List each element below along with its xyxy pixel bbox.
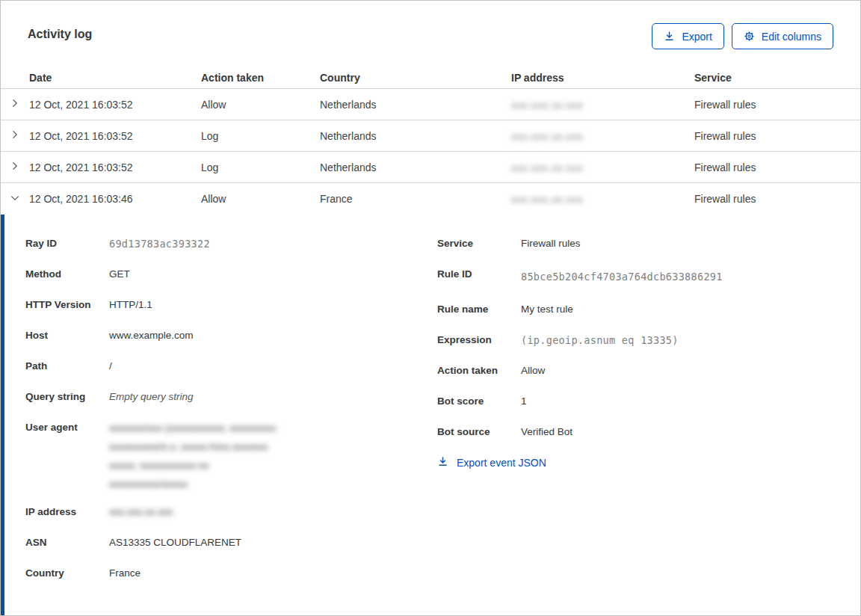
detail-label: IP address <box>25 505 109 520</box>
topbar: Activity log Export <box>1 1 860 43</box>
cell-date: 12 Oct, 2021 16:03:52 <box>29 130 201 142</box>
collapse-row-button[interactable] <box>1 183 29 215</box>
host-value: www.example.com <box>109 328 194 343</box>
cell-ip-address: xxx.xxx.xx.xxx <box>511 130 694 142</box>
chevron-right-icon <box>10 98 20 111</box>
detail-row-action-taken: Action taken Allow <box>437 363 860 378</box>
expand-row-button[interactable] <box>1 120 29 151</box>
detail-label: Service <box>437 236 521 251</box>
detail-row-ray-id: Ray ID 69d13783ac393322 <box>25 236 431 251</box>
cell-country: Netherlands <box>320 130 511 142</box>
table-row[interactable]: 12 Oct, 2021 16:03:52 Allow Netherlands … <box>1 89 860 120</box>
detail-label: Bot source <box>437 425 521 440</box>
expand-row-button[interactable] <box>1 152 29 182</box>
cell-date: 12 Oct, 2021 16:03:46 <box>29 193 201 205</box>
column-header-action-taken: Action taken <box>201 72 320 84</box>
activity-log-panel: Activity log Export <box>0 0 861 616</box>
event-detail-left-column: Ray ID 69d13783ac393322 Method GET HTTP … <box>25 236 431 597</box>
detail-label: Host <box>25 328 109 343</box>
detail-label: User agent <box>25 420 109 435</box>
column-header-service: Service <box>694 72 860 84</box>
rule-id-value: 85bce5b204cf4703a764dcb633886291 <box>521 267 723 286</box>
cell-action-taken: Allow <box>201 99 320 111</box>
cell-service: Firewall rules <box>694 130 860 142</box>
country-value: France <box>109 566 141 581</box>
detail-row-country: Country France <box>25 566 431 581</box>
detail-row-http-version: HTTP Version HTTP/1.1 <box>25 298 431 312</box>
cell-service: Firewall rules <box>694 161 860 173</box>
cell-country: France <box>320 193 511 205</box>
detail-label: Bot score <box>437 394 521 409</box>
detail-label: Method <box>25 267 109 282</box>
table-row[interactable]: 12 Oct, 2021 16:03:52 Log Netherlands xx… <box>1 120 860 152</box>
detail-row-user-agent: User agent xxxxxxx/xxx (xxxxxxxxxxx; xxx… <box>25 420 431 493</box>
redacted-ip: xxx.xxx.xx.xxx <box>511 194 583 205</box>
table-header: Date Action taken Country IP address Ser… <box>1 67 860 89</box>
detail-row-expression: Expression (ip.geoip.asnum eq 13335) <box>437 333 860 348</box>
detail-label: Action taken <box>437 363 521 378</box>
detail-row-ip-address: IP address xxx.xxx.xx.xxx <box>25 505 431 520</box>
export-event-json-label: Export event JSON <box>457 457 546 469</box>
detail-row-method: Method GET <box>25 267 431 282</box>
detail-row-rule-id: Rule ID 85bce5b204cf4703a764dcb633886291 <box>437 267 860 286</box>
download-icon <box>664 31 675 42</box>
bot-score-value: 1 <box>521 394 527 409</box>
column-header-country: Country <box>320 72 511 84</box>
action-taken-value: Allow <box>521 363 545 378</box>
asn-value: AS13335 CLOUDFLARENET <box>109 535 241 550</box>
event-detail-right-column: Service Firewall rules Rule ID 85bce5b20… <box>431 236 860 597</box>
download-icon <box>437 456 448 469</box>
export-button-label: Export <box>682 31 712 43</box>
cell-date: 12 Oct, 2021 16:03:52 <box>29 161 201 173</box>
detail-label: Country <box>25 566 109 581</box>
path-value: / <box>109 359 112 374</box>
detail-row-query-string: Query string Empty query string <box>25 389 431 404</box>
cell-ip-address: xxx.xxx.xx.xxx <box>511 161 694 173</box>
chevron-right-icon <box>10 161 20 173</box>
http-version-value: HTTP/1.1 <box>109 298 152 312</box>
detail-row-host: Host www.example.com <box>25 328 431 343</box>
detail-label: ASN <box>25 535 109 550</box>
detail-row-bot-score: Bot score 1 <box>437 394 860 409</box>
cell-service: Firewall rules <box>694 193 860 205</box>
method-value: GET <box>109 267 130 282</box>
table-row[interactable]: 12 Oct, 2021 16:03:52 Log Netherlands xx… <box>1 152 860 183</box>
redacted-user-agent: xxxxxxx/xxx (xxxxxxxxxxx; xxxxxxxxx- xxx… <box>109 419 279 493</box>
redacted-ip: xxx.xxx.xx.xxx <box>511 99 583 111</box>
detail-label: Ray ID <box>25 236 109 251</box>
detail-row-asn: ASN AS13335 CLOUDFLARENET <box>25 535 431 550</box>
redacted-ip: xxx.xxx.xx.xxx <box>511 131 583 142</box>
detail-label: Path <box>25 359 109 374</box>
cell-ip-address: xxx.xxx.xx.xxx <box>511 99 694 111</box>
detail-label: HTTP Version <box>25 298 109 312</box>
edit-columns-button-label: Edit columns <box>762 31 821 43</box>
column-header-date: Date <box>29 72 201 84</box>
cell-action-taken: Log <box>201 130 320 142</box>
cell-ip-address: xxx.xxx.xx.xxx <box>511 193 694 205</box>
bot-source-value: Verified Bot <box>521 425 573 440</box>
export-button[interactable]: Export <box>652 23 723 49</box>
cell-service: Firewall rules <box>694 99 860 111</box>
detail-row-service: Service Firewall rules <box>437 236 860 251</box>
expand-row-button[interactable] <box>1 89 29 120</box>
cell-action-taken: Allow <box>201 193 320 205</box>
cell-country: Netherlands <box>320 99 511 111</box>
chevron-right-icon <box>10 129 20 142</box>
chevron-down-icon <box>10 193 20 206</box>
redacted-ip: xxx.xxx.xx.xxx <box>511 162 583 173</box>
detail-label: Rule name <box>437 302 521 317</box>
event-detail-panel: Ray ID 69d13783ac393322 Method GET HTTP … <box>1 215 860 615</box>
column-header-ip-address: IP address <box>511 72 694 84</box>
redacted-ip: xxx.xxx.xx.xxx <box>109 505 173 520</box>
detail-row-path: Path / <box>25 359 431 374</box>
detail-row-bot-source: Bot source Verified Bot <box>437 425 860 440</box>
export-event-json-link[interactable]: Export event JSON <box>437 456 546 469</box>
query-string-value: Empty query string <box>109 389 194 404</box>
edit-columns-button[interactable]: Edit columns <box>732 23 833 49</box>
cell-action-taken: Log <box>201 161 320 173</box>
ray-id-value: 69d13783ac393322 <box>109 236 210 251</box>
service-value: Firewall rules <box>521 236 581 251</box>
rule-name-value: My test rule <box>521 302 573 317</box>
detail-label: Query string <box>25 389 109 404</box>
table-row-expanded[interactable]: 12 Oct, 2021 16:03:46 Allow France xxx.x… <box>1 183 860 215</box>
